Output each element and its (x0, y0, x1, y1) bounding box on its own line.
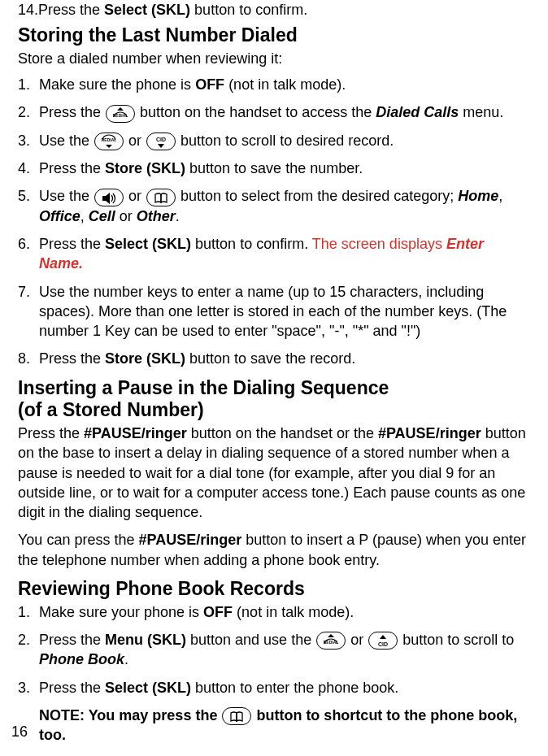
book-icon (222, 707, 251, 725)
speaker-icon (94, 189, 124, 206)
storing-steps-list: Make sure the phone is OFF (not in talk … (18, 75, 530, 369)
heading-storing-last-number: Storing the Last Number Dialed (18, 24, 530, 47)
storing-intro: Store a dialed number when reviewing it: (18, 49, 530, 68)
heading-reviewing-phonebook: Reviewing Phone Book Records (18, 578, 530, 601)
step-8: Press the Store (SKL) button to save the… (18, 349, 530, 368)
redial-down-icon (106, 105, 135, 123)
step-4: Press the Store (SKL) button to save the… (18, 159, 530, 178)
step-1: Make sure the phone is OFF (not in talk … (18, 75, 530, 94)
pause-para-2: You can press the #PAUSE/ringer button t… (18, 530, 530, 570)
redial-down-icon (316, 632, 346, 650)
step-7: Use the number keys to enter a name (up … (18, 282, 530, 341)
pause-para-1: Press the #PAUSE/ringer button on the ha… (18, 424, 530, 522)
review-step-1: Make sure your phone is OFF (not in talk… (18, 602, 530, 622)
heading-inserting-pause: Inserting a Pause in the Dialing Sequenc… (18, 377, 530, 422)
step-6: Press the Select (SKL) button to confirm… (18, 234, 530, 274)
review-step-2: Press the Menu (SKL) button and use the … (18, 630, 530, 670)
review-step-3: Press the Select (SKL) button to enter t… (18, 678, 530, 697)
book-icon (146, 189, 176, 206)
page-number: 16 (11, 722, 28, 741)
redial-up-icon (94, 133, 124, 150)
step-3: Use the or button to scroll to desired r… (18, 131, 530, 150)
continued-step-14: 14.Press the Select (SKL) button to conf… (18, 0, 530, 20)
cid-down-icon (146, 133, 176, 150)
phonebook-shortcut-note: NOTE: You may press the button to shortc… (18, 706, 530, 745)
reviewing-steps-list: Make sure your phone is OFF (not in talk… (18, 602, 530, 697)
cid-up-icon (368, 632, 398, 650)
step-2: Press the button on the handset to acces… (18, 102, 530, 122)
step-5: Use the or button to select from the des… (18, 186, 530, 226)
